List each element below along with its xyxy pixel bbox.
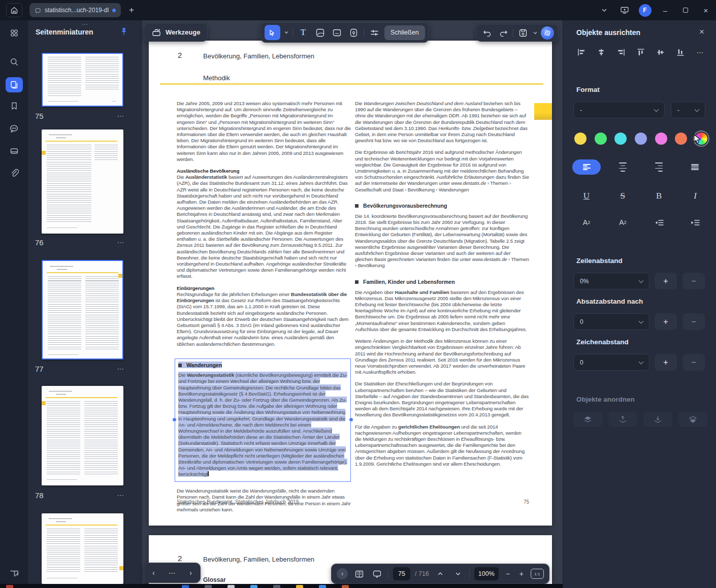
page-layout-button[interactable] [352, 567, 366, 580]
color-swatch[interactable] [614, 133, 627, 145]
taskbar-icon[interactable] [205, 585, 212, 588]
paragraph-spacing-increase-button[interactable]: + [655, 313, 677, 330]
tools-button[interactable]: Werkzeuge [144, 23, 208, 42]
prev-page-arrow-button[interactable]: ‹ [149, 569, 158, 577]
home-button[interactable] [6, 3, 22, 17]
thumbnail-more-button[interactable]: ⋯ [113, 111, 128, 121]
color-swatch[interactable] [635, 133, 647, 145]
taskbar-icon[interactable] [250, 585, 257, 588]
ai-assistant-button[interactable] [541, 26, 554, 40]
selected-text-box[interactable]: WanderungenDie Wanderungsstatistik (räum… [175, 358, 351, 482]
line-spacing-dropdown[interactable]: 0% [573, 273, 649, 289]
new-tab-button[interactable]: + [126, 5, 137, 16]
align-left-button[interactable] [574, 46, 589, 59]
align-middle-vertical-button[interactable] [654, 46, 668, 59]
bring-to-front-button[interactable] [573, 412, 602, 427]
font-size-dropdown[interactable]: - [671, 102, 705, 118]
align-top-button[interactable] [634, 46, 648, 59]
text-align-center-button[interactable] [608, 159, 637, 175]
sidebar-item-app-grid[interactable] [6, 25, 23, 41]
location-tool-button[interactable] [347, 26, 360, 39]
taskbar-icon[interactable] [6, 585, 13, 588]
actual-size-button[interactable]: 1:1 [531, 569, 544, 579]
text-align-right-button[interactable] [645, 159, 673, 175]
save-button[interactable] [516, 26, 530, 40]
edit-image-tool-button[interactable] [313, 26, 327, 39]
window-maximize-button[interactable] [675, 0, 696, 20]
account-avatar[interactable]: F [635, 0, 655, 20]
resize-handle[interactable] [172, 417, 177, 422]
taskbar-icon[interactable] [273, 585, 280, 588]
highlight-annotation[interactable] [534, 103, 552, 120]
link-tool-button[interactable] [330, 26, 343, 39]
page-number-input[interactable]: 75 [393, 567, 410, 580]
align-center-horizontal-button[interactable] [594, 46, 608, 59]
more-align-options-button[interactable]: ⋯ [693, 46, 707, 59]
zoom-out-button[interactable]: − [503, 570, 512, 578]
page-thumbnail[interactable] [42, 260, 123, 360]
send-to-back-button[interactable] [678, 412, 707, 427]
page-thumbnail[interactable] [42, 513, 123, 584]
next-page-button[interactable] [451, 567, 465, 580]
thumbnail-more-button[interactable]: ⋯ [113, 238, 128, 248]
document-canvas[interactable]: 2 Bevölkerung, Familien, Lebensformen Me… [142, 20, 563, 584]
pin-panel-button[interactable] [120, 27, 128, 38]
paragraph-spacing-decrease-button[interactable]: − [682, 313, 705, 330]
italic-button[interactable]: I [681, 188, 709, 204]
zoom-level-input[interactable]: 100% [474, 567, 499, 580]
nav-more-button[interactable]: ⋯ [168, 569, 177, 577]
document-tab[interactable]: statistisch...uch-2019-dl [29, 3, 121, 17]
page-thumbnail[interactable] [42, 53, 123, 107]
sidebar-item-search[interactable] [6, 54, 23, 70]
sidebar-item-comments[interactable] [6, 121, 23, 136]
window-minimize-button[interactable]: – [655, 0, 675, 20]
properties-tool-button[interactable] [368, 26, 381, 39]
window-close-button[interactable]: × [696, 0, 716, 20]
color-swatch[interactable] [595, 133, 607, 145]
taskbar-icon[interactable] [296, 585, 303, 588]
character-spacing-dropdown[interactable]: 0 [573, 354, 649, 371]
edit-text-tool-button[interactable]: T [297, 26, 310, 39]
thumbnail-more-button[interactable]: ⋯ [113, 364, 128, 374]
color-swatch[interactable] [675, 133, 687, 145]
previous-page-button[interactable] [434, 567, 447, 580]
text-align-left-button[interactable] [572, 159, 601, 175]
presentation-mode-button[interactable] [370, 567, 383, 580]
font-family-dropdown[interactable]: - [573, 102, 665, 118]
close-edit-mode-button[interactable]: Schließen [384, 25, 425, 40]
taskbar-icon[interactable] [319, 585, 326, 588]
strikethrough-button[interactable]: S [608, 188, 637, 204]
sidebar-item-attachments[interactable] [6, 166, 23, 181]
zoom-in-button[interactable]: + [517, 570, 526, 578]
next-page-arrow-button[interactable]: › [186, 569, 196, 577]
redo-button[interactable] [497, 26, 510, 40]
select-tool-chevron-icon[interactable] [284, 30, 289, 35]
taskbar-icon[interactable] [342, 585, 349, 588]
character-spacing-increase-button[interactable]: + [655, 354, 677, 371]
panel-drag-handle[interactable]: ⋯ [82, 21, 89, 28]
sidebar-item-page-thumbnails[interactable] [6, 77, 23, 92]
text-align-justify-button[interactable] [681, 159, 709, 175]
titlebar-chevron-down-icon[interactable] [594, 0, 614, 20]
increase-indent-button[interactable] [681, 215, 709, 230]
thumbnail-more-button[interactable]: ⋯ [113, 491, 128, 501]
undo-button[interactable] [480, 26, 494, 40]
resize-handle[interactable] [349, 417, 353, 422]
sidebar-item-bookmarks[interactable] [6, 99, 23, 114]
line-spacing-increase-button[interactable]: + [655, 273, 677, 289]
paragraph-spacing-dropdown[interactable]: 0 [573, 313, 649, 330]
close-panel-button[interactable]: × [696, 26, 708, 38]
taskbar-icon[interactable] [227, 585, 235, 588]
subscript-button[interactable]: A2 [608, 215, 637, 230]
line-spacing-decrease-button[interactable]: − [682, 273, 705, 289]
color-swatch[interactable] [574, 133, 587, 145]
color-swatch[interactable] [655, 133, 667, 145]
page-thumbnail[interactable] [42, 129, 123, 234]
page-thumbnail[interactable] [42, 386, 123, 485]
bring-forward-button[interactable] [608, 412, 637, 427]
align-right-button[interactable] [614, 46, 628, 59]
save-chevron-icon[interactable] [533, 30, 538, 36]
sidebar-item-read-mode[interactable] [6, 566, 23, 581]
send-backward-button[interactable] [643, 412, 672, 427]
share-screen-icon[interactable] [614, 0, 635, 20]
